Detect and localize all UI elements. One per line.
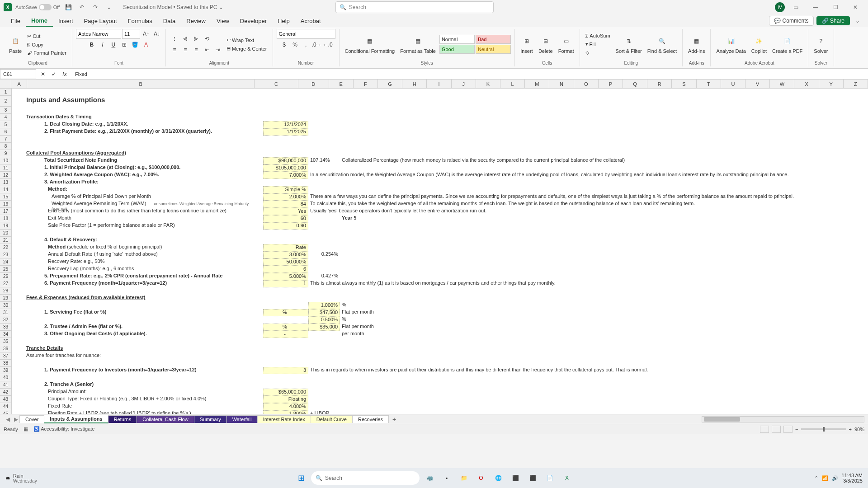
input-cell[interactable]: 60 bbox=[263, 215, 308, 222]
decrease-decimal-icon[interactable]: ←.0 bbox=[323, 40, 333, 50]
col-header[interactable]: J bbox=[452, 80, 476, 88]
tab-formulas[interactable]: Formulas bbox=[123, 16, 158, 26]
row-header[interactable]: 18 bbox=[0, 215, 11, 222]
cut-button[interactable]: ✂ Cut bbox=[25, 33, 68, 40]
input-cell[interactable]: 0.90 bbox=[263, 222, 308, 230]
task-explorer[interactable]: 📁 bbox=[457, 471, 471, 485]
copy-button[interactable]: ⎘ Copy bbox=[25, 41, 68, 48]
input-cell[interactable]: 2.000% bbox=[263, 193, 308, 201]
tab-data[interactable]: Data bbox=[158, 16, 181, 26]
input-cell[interactable]: 3 bbox=[263, 367, 308, 374]
row-header[interactable]: 23 bbox=[0, 251, 11, 258]
col-header[interactable]: S bbox=[672, 80, 696, 88]
row-header[interactable]: 14 bbox=[0, 186, 11, 193]
comma-icon[interactable]: , bbox=[301, 40, 311, 50]
col-header[interactable]: D bbox=[298, 80, 329, 88]
tab-page-layout[interactable]: Page Layout bbox=[79, 16, 123, 26]
font-color-button[interactable]: A bbox=[141, 40, 151, 50]
close-icon[interactable]: ✕ bbox=[846, 1, 864, 14]
cells-area[interactable]: Inputs and AssumptionsTransaction Dates … bbox=[12, 89, 868, 414]
sheet-tab-waterfall[interactable]: Waterfall bbox=[226, 415, 258, 423]
task-opera[interactable]: O bbox=[474, 471, 488, 485]
col-header[interactable]: C bbox=[255, 80, 298, 88]
input-cell[interactable]: 1/1/2025 bbox=[263, 128, 308, 136]
input-cell[interactable]: 5.000% bbox=[263, 273, 308, 280]
task-app-1[interactable]: 🦏 bbox=[422, 471, 437, 485]
add-sheet-button[interactable]: + bbox=[389, 416, 400, 423]
number-format-select[interactable] bbox=[277, 29, 335, 39]
view-page-break-icon[interactable] bbox=[783, 426, 793, 433]
row-header[interactable]: 32 bbox=[0, 316, 11, 324]
style-bad[interactable]: Bad bbox=[476, 35, 511, 44]
row-header[interactable]: 4 bbox=[0, 114, 11, 121]
sheet-nav-prev[interactable]: ◀ bbox=[4, 416, 12, 422]
row-header[interactable]: 17 bbox=[0, 208, 11, 215]
status-macro-icon[interactable]: ▦ bbox=[24, 426, 28, 432]
style-good[interactable]: Good bbox=[439, 45, 475, 54]
row-header[interactable]: 38 bbox=[0, 360, 11, 367]
tray-chevron-icon[interactable]: ⌃ bbox=[814, 475, 818, 481]
row-header[interactable]: 44 bbox=[0, 403, 11, 410]
row-header[interactable]: 30 bbox=[0, 302, 11, 309]
row-header[interactable]: 9 bbox=[0, 150, 11, 157]
sheet-nav-next[interactable]: ▶ bbox=[12, 416, 20, 422]
row-header[interactable]: 8 bbox=[0, 143, 11, 150]
sheet-tab-interest-rate-index[interactable]: Interest Rate Index bbox=[257, 415, 311, 423]
weather-widget[interactable]: 🌧 Rain Wednesday bbox=[5, 473, 37, 483]
col-header[interactable]: T bbox=[697, 80, 721, 88]
create-pdf-button[interactable]: 📄Create a PDF bbox=[770, 34, 804, 55]
task-chrome[interactable]: 🌐 bbox=[491, 471, 505, 485]
italic-button[interactable]: I bbox=[98, 40, 108, 50]
solver-button[interactable]: ?Solver bbox=[812, 34, 830, 55]
col-header[interactable]: H bbox=[402, 80, 427, 88]
row-header[interactable]: 40 bbox=[0, 374, 11, 381]
row-header[interactable]: 29 bbox=[0, 295, 11, 302]
col-header[interactable]: W bbox=[770, 80, 794, 88]
sheet-tab-default-curve[interactable]: Default Curve bbox=[311, 415, 353, 423]
align-top-icon[interactable]: ⫶ bbox=[170, 34, 179, 44]
tab-insert[interactable]: Insert bbox=[53, 16, 79, 26]
col-header[interactable]: U bbox=[721, 80, 745, 88]
row-header[interactable]: 5 bbox=[0, 121, 11, 128]
sheet-tab-returns[interactable]: Returns bbox=[108, 415, 137, 423]
sheet-tab-recoveries[interactable]: Recoveries bbox=[352, 415, 389, 423]
fx-icon[interactable]: fx bbox=[60, 69, 70, 79]
user-avatar[interactable]: IV bbox=[775, 2, 785, 12]
row-header[interactable]: 11 bbox=[0, 164, 11, 172]
input-cell[interactable]: 50.000% bbox=[263, 258, 308, 266]
sheet-tab-inputs[interactable]: Inputs & Assumptions bbox=[44, 415, 108, 423]
col-header[interactable]: Q bbox=[623, 80, 647, 88]
col-header[interactable]: A bbox=[11, 80, 27, 88]
sort-filter-button[interactable]: ⇅Sort & Filter bbox=[614, 34, 644, 55]
input-cell[interactable]: Rate bbox=[263, 244, 308, 251]
row-header[interactable]: 39 bbox=[0, 367, 11, 374]
analyze-data-button[interactable]: 📊Analyze Data bbox=[714, 34, 747, 55]
view-normal-icon[interactable] bbox=[760, 426, 769, 433]
col-header[interactable]: I bbox=[427, 80, 451, 88]
style-neutral[interactable]: Neutral bbox=[476, 45, 511, 54]
find-select-button[interactable]: 🔍Find & Select bbox=[646, 34, 679, 55]
input-cell[interactable]: 84 bbox=[263, 201, 308, 208]
ribbon-display-icon[interactable]: ▭ bbox=[787, 1, 805, 14]
horizontal-scrollbar[interactable] bbox=[702, 416, 864, 422]
merge-center-button[interactable]: ⊟ Merge & Center bbox=[225, 45, 269, 52]
row-header[interactable]: 2 bbox=[0, 96, 11, 107]
bold-button[interactable]: B bbox=[87, 40, 97, 50]
zoom-level[interactable]: 90% bbox=[854, 427, 864, 432]
tray-wifi-icon[interactable]: 📶 bbox=[822, 475, 828, 481]
input-cell[interactable]: 4.000% bbox=[263, 403, 308, 410]
fill-color-button[interactable]: 🪣 bbox=[130, 40, 140, 50]
increase-font-icon[interactable]: A↑ bbox=[141, 29, 151, 39]
col-header[interactable]: B bbox=[27, 80, 255, 88]
input-cell[interactable]: Floating bbox=[263, 396, 308, 403]
col-header[interactable]: N bbox=[549, 80, 574, 88]
row-header[interactable]: 7 bbox=[0, 136, 11, 143]
system-clock[interactable]: 11:43 AM 3/3/2025 bbox=[842, 473, 863, 483]
col-header[interactable]: R bbox=[647, 80, 672, 88]
col-header[interactable]: P bbox=[599, 80, 623, 88]
name-box[interactable]: C61 bbox=[0, 69, 36, 79]
col-header[interactable]: V bbox=[745, 80, 770, 88]
row-header[interactable]: 31 bbox=[0, 309, 11, 316]
style-normal[interactable]: Normal bbox=[439, 35, 475, 44]
delete-cells-button[interactable]: ⊟Delete bbox=[537, 34, 555, 55]
